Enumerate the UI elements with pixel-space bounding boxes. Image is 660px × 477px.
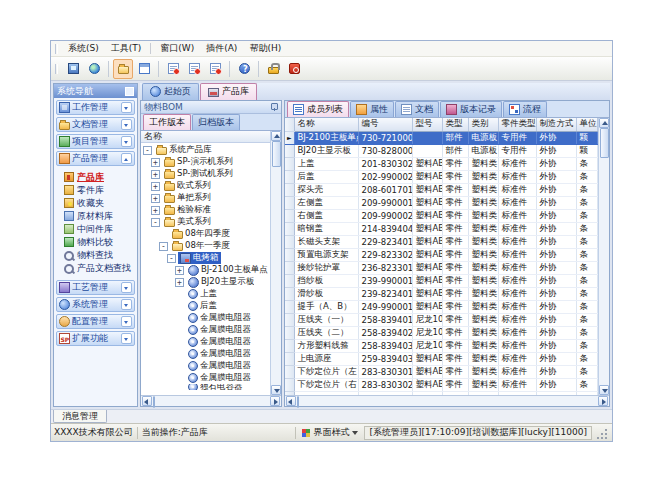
- sidebar-item-product-doc-search[interactable]: 产品文档查找: [61, 262, 135, 274]
- chevron-down-icon[interactable]: [121, 119, 132, 130]
- tree-node[interactable]: 金属膜电阻器: [141, 372, 270, 384]
- table-row[interactable]: 滑纱板239-823401-00X塑料ABS零件塑料类标准件外协条: [285, 287, 597, 300]
- sidebar-section-extension[interactable]: 扩展功能: [56, 331, 135, 346]
- toolbar-grip[interactable]: [55, 64, 58, 74]
- scroll-right-icon[interactable]: [270, 396, 280, 406]
- tree-expander-icon[interactable]: +: [175, 266, 184, 275]
- tab-properties[interactable]: 属性: [350, 101, 394, 117]
- tab-home[interactable]: 起始页: [142, 83, 199, 100]
- tab-version-history[interactable]: 版本记录: [440, 101, 502, 117]
- tree-node[interactable]: 金属膜电阻器: [141, 336, 270, 348]
- table-row[interactable]: 提手（A、B）249-990001-01X塑料ABS零件塑料类标准件外协条: [285, 300, 597, 313]
- table-row[interactable]: 长磁头支架229-823401-00X塑料ABS零件塑料类标准件外协条: [285, 235, 597, 248]
- tab-archived-version[interactable]: 归档版本: [192, 114, 240, 130]
- table-row[interactable]: 接纱轮护罩236-823301-00X塑料ABS零件塑料类标准件外协条: [285, 261, 597, 274]
- tree-node[interactable]: +单把系列: [141, 192, 270, 204]
- toolbar-button-folder-open[interactable]: [113, 59, 133, 79]
- message-tab[interactable]: 消息管理: [53, 410, 107, 423]
- tree-hscroll-track[interactable]: [153, 397, 269, 406]
- menu-system[interactable]: 系统(S): [62, 41, 105, 56]
- tree-node[interactable]: +SP-测试机系列: [141, 168, 270, 180]
- scroll-down-icon[interactable]: [271, 385, 281, 395]
- tree-node[interactable]: +SP-演示机系列: [141, 156, 270, 168]
- sidebar-section-work-mgmt[interactable]: 工作管理: [56, 100, 135, 115]
- scroll-down-icon[interactable]: [599, 385, 609, 395]
- table-hscroll-track[interactable]: [297, 397, 597, 406]
- scroll-up-icon[interactable]: [599, 118, 609, 128]
- scroll-left-icon[interactable]: [142, 396, 152, 406]
- tab-working-version[interactable]: 工作版本: [143, 114, 191, 130]
- scroll-right-icon[interactable]: [598, 396, 608, 406]
- chevron-up-icon[interactable]: [121, 153, 132, 164]
- toolbar-button-lock[interactable]: [263, 59, 283, 79]
- sidebar-item-intermediate-lib[interactable]: 中间件库: [61, 223, 135, 235]
- resize-grip[interactable]: [596, 428, 609, 441]
- menu-window[interactable]: 窗口(W): [154, 41, 200, 56]
- column-header-type[interactable]: 类型: [442, 118, 468, 131]
- table-row[interactable]: 下纱定位片（左）283-830301-00X塑料ABS零件塑料类标准件外协条: [285, 365, 597, 378]
- table-row[interactable]: 下纱定位片（右）283-830302-00X塑料ABS零件塑料类标准件外协条: [285, 378, 597, 391]
- menu-tools[interactable]: 工具(T): [105, 41, 148, 56]
- toolbar-button-report2[interactable]: [184, 59, 204, 79]
- table-row[interactable]: 挡纱板239-990001-01X塑料ABS零件塑料类标准件外协条: [285, 274, 597, 287]
- toolbar-button-layout[interactable]: [134, 59, 154, 79]
- sidebar-menu-icon[interactable]: [125, 87, 134, 96]
- tree-expander-icon[interactable]: -: [159, 242, 168, 251]
- tree-node[interactable]: -美式系列: [141, 216, 270, 228]
- column-header-category[interactable]: 类别: [468, 118, 498, 131]
- tree-node[interactable]: -电烤箱: [141, 252, 270, 264]
- tree-node[interactable]: -08年一季度: [141, 240, 270, 252]
- table-row[interactable]: 上盖201-830302-00X塑料ABS零件塑料类标准件外协条: [285, 157, 597, 170]
- scroll-up-icon[interactable]: [271, 131, 281, 141]
- table-vertical-scrollbar[interactable]: [598, 118, 609, 395]
- sidebar-section-config-mgmt[interactable]: 配置管理: [56, 314, 135, 329]
- toolbar-button-help[interactable]: [234, 59, 254, 79]
- tree-node[interactable]: 金属膜电阻器: [141, 324, 270, 336]
- sidebar-section-craft-mgmt[interactable]: 工艺管理: [56, 280, 135, 295]
- sidebar-section-product-mgmt[interactable]: 产品管理: [56, 151, 135, 166]
- table-row[interactable]: 后盖202-990002-01X塑料ABS零件塑料类标准件外协条: [285, 170, 597, 183]
- sidebar-section-doc-mgmt[interactable]: 文档管理: [56, 117, 135, 132]
- table-row[interactable]: ►BJ-2100主板单点730-721000-12X部件电源板专用件外协颗: [285, 131, 597, 144]
- ui-style-button[interactable]: 界面样式: [300, 426, 360, 439]
- tree-expander-icon[interactable]: -: [167, 254, 176, 263]
- table-row[interactable]: 上电源座259-839403-00X塑料ABS零件塑料类标准件外协条: [285, 352, 597, 365]
- table-row[interactable]: 右侧盖209-990002-01X塑料ABS零件塑料类标准件外协条: [285, 209, 597, 222]
- tree-node[interactable]: 后盖: [141, 300, 270, 312]
- chevron-down-icon[interactable]: [121, 102, 132, 113]
- chevron-down-icon[interactable]: [121, 299, 132, 310]
- tree-node[interactable]: 08年四季度: [141, 228, 270, 240]
- toolbar-button-globe[interactable]: [84, 59, 104, 79]
- tree-vertical-scrollbar[interactable]: [270, 131, 281, 395]
- sidebar-item-material-compare[interactable]: 物料比较: [61, 236, 135, 248]
- chevron-down-icon[interactable]: [121, 316, 132, 327]
- tree-node[interactable]: 上盖: [141, 288, 270, 300]
- tab-workflow[interactable]: 流程: [503, 101, 547, 117]
- tree-node[interactable]: +BJ20主显示板: [141, 276, 270, 288]
- table-hscroll-thumb[interactable]: [297, 396, 299, 408]
- table-row[interactable]: 暗钢盖214-839404-01X塑料ABS零件塑料类标准件外协条: [285, 222, 597, 235]
- menu-plugins[interactable]: 插件(A): [200, 41, 243, 56]
- table-row[interactable]: 预置电源支架229-823302-00X塑料ABS零件塑料类标准件外协条: [285, 248, 597, 261]
- toolbar-button-exit[interactable]: [284, 59, 304, 79]
- sidebar-section-system-mgmt[interactable]: 系统管理: [56, 297, 135, 312]
- table-row[interactable]: BJ20主显示板730-828000-04X部件电源板专用件外协颗: [285, 144, 597, 157]
- tree-expander-icon[interactable]: -: [151, 218, 160, 227]
- table-row[interactable]: 探头壳208-601701-01X塑料ABS零件塑料类标准件外协条: [285, 183, 597, 196]
- menubar-grip[interactable]: [55, 44, 58, 54]
- toolbar-button-report1[interactable]: [163, 59, 183, 79]
- column-header-model[interactable]: 型号: [412, 118, 442, 131]
- tree-expander-icon[interactable]: +: [151, 182, 160, 191]
- tree-expander-icon[interactable]: +: [151, 194, 160, 203]
- table-vscroll-thumb[interactable]: [600, 128, 609, 158]
- table-row[interactable]: 压线夹（二）258-839402-00X尼龙1010零件塑料类标准件外协条: [285, 326, 597, 339]
- column-header-code[interactable]: 编号: [358, 118, 412, 131]
- tree-node[interactable]: 独石电容器: [141, 384, 270, 390]
- table-row[interactable]: 左侧盖209-990001-01X塑料ABS零件塑料类标准件外协条: [285, 196, 597, 209]
- toolbar-button-report3[interactable]: [205, 59, 225, 79]
- sidebar-item-product-lib[interactable]: 产品库: [61, 171, 135, 183]
- tree-expander-icon[interactable]: +: [151, 170, 160, 179]
- menu-help[interactable]: 帮助(H): [243, 41, 287, 56]
- column-header-name[interactable]: 名称: [294, 118, 358, 131]
- sidebar-item-material-search[interactable]: 物料查找: [61, 249, 135, 261]
